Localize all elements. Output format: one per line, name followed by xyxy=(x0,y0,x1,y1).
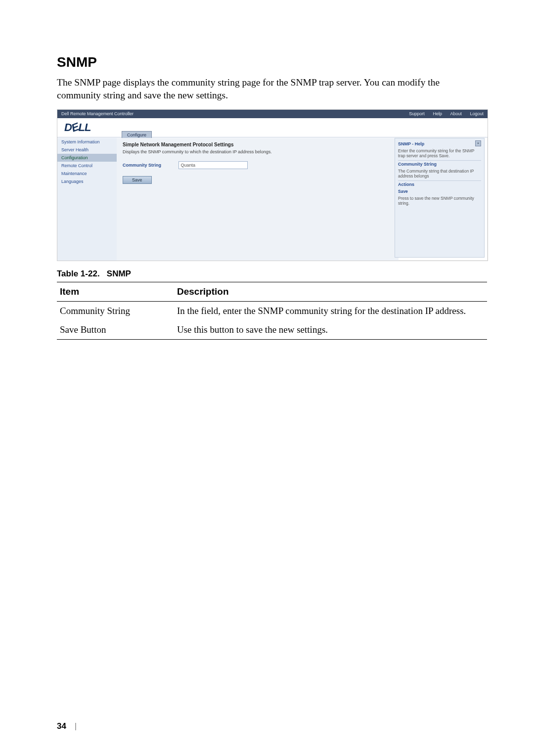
window-titlebar: Dell Remote Management Controller Suppor… xyxy=(57,110,488,118)
help-section-community-string-text: The Community string that destination IP… xyxy=(398,169,481,178)
link-logout[interactable]: Logout xyxy=(470,111,484,116)
table-header-description: Description xyxy=(174,282,487,301)
table-row: Community String In the field, enter the… xyxy=(57,301,487,320)
tab-configure[interactable]: Configure xyxy=(122,131,152,138)
table-header-item: Item xyxy=(57,282,174,301)
help-title: SNMP - Help xyxy=(398,140,481,147)
table-caption: Table 1-22. SNMP xyxy=(57,269,485,279)
page-number: 34 xyxy=(57,721,66,731)
link-help[interactable]: Help xyxy=(433,111,442,116)
save-button[interactable]: Save xyxy=(123,176,152,184)
table-row: Save Button Use this button to save the … xyxy=(57,320,487,340)
content-description: Displays the SNMP community to which the… xyxy=(123,149,393,154)
sidebar-item-server-health[interactable]: Server Health xyxy=(57,146,117,154)
header-row: DELL Configure Alerts Mouse Mode Network… xyxy=(57,118,488,137)
window-title: Dell Remote Management Controller xyxy=(61,110,134,118)
community-string-input[interactable] xyxy=(178,161,248,169)
link-about[interactable]: About xyxy=(450,111,462,116)
dell-logo: DELL xyxy=(64,121,90,134)
main-tab-strip: Configure xyxy=(122,130,152,138)
sidebar-item-configuration[interactable]: Configuration xyxy=(57,154,117,162)
cell-desc: Use this button to save the new settings… xyxy=(174,320,487,340)
intro-paragraph: The SNMP page displays the community str… xyxy=(57,76,485,102)
page-footer: 34 | xyxy=(57,721,83,731)
cell-desc: In the field, enter the SNMP community s… xyxy=(174,301,487,320)
footer-separator: | xyxy=(69,721,83,731)
screenshot-figure: Dell Remote Management Controller Suppor… xyxy=(57,109,488,261)
help-panel: × SNMP - Help Enter the community string… xyxy=(395,138,485,258)
cell-item: Save Button xyxy=(57,320,174,340)
community-string-label: Community String xyxy=(123,163,177,168)
help-section-community-string: Community String xyxy=(398,160,481,168)
help-intro: Enter the community string for the SNMP … xyxy=(398,148,481,158)
close-icon[interactable]: × xyxy=(475,140,481,146)
sidebar-item-languages[interactable]: Languages xyxy=(57,178,117,185)
snmp-table: Item Description Community String In the… xyxy=(57,282,487,340)
help-action-save-text: Press to save the new SNMP community str… xyxy=(398,196,481,206)
sidebar-item-system-information[interactable]: System Information xyxy=(57,138,117,146)
cell-item: Community String xyxy=(57,301,174,320)
section-heading: SNMP xyxy=(57,54,485,70)
content-header: Simple Network Management Protocol Setti… xyxy=(123,142,393,147)
link-support[interactable]: Support xyxy=(409,111,425,116)
sidebar-item-remote-control[interactable]: Remote Control xyxy=(57,162,117,170)
help-action-save-label: Save xyxy=(398,189,481,194)
help-section-actions: Actions xyxy=(398,180,481,188)
sidebar-item-maintenance[interactable]: Maintenance xyxy=(57,170,117,178)
sidebar: System Information Server Health Configu… xyxy=(57,138,117,261)
content-pane: Simple Network Management Protocol Setti… xyxy=(117,138,399,261)
